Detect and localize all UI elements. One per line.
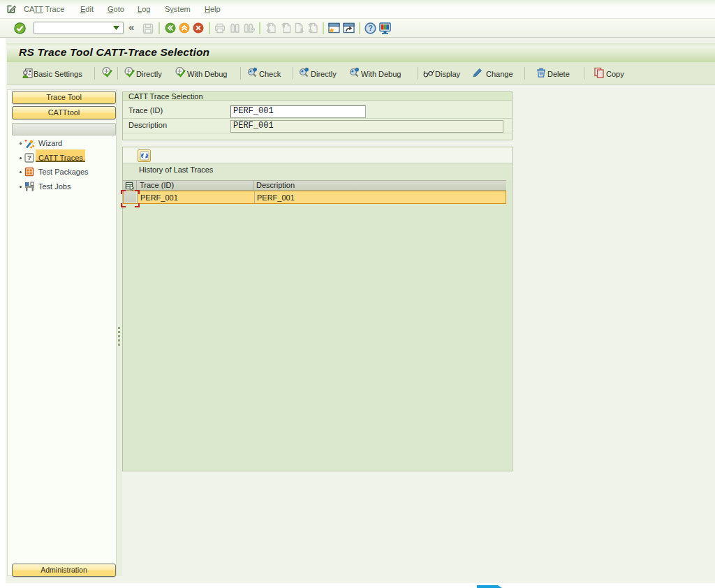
- svg-text:?: ?: [368, 24, 373, 32]
- svg-text:?: ?: [27, 154, 31, 161]
